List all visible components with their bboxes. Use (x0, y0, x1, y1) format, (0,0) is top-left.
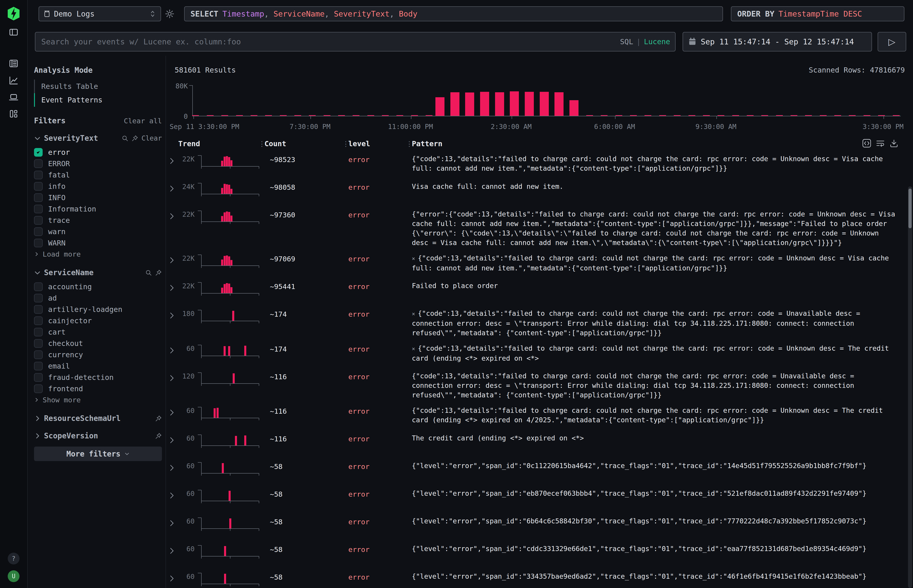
source-selector[interactable]: Demo Logs (39, 6, 161, 21)
row-expander-chevron-icon[interactable] (170, 520, 176, 538)
checkbox-unchecked[interactable] (34, 317, 43, 325)
pin-icon[interactable] (155, 269, 162, 276)
filter-option-ad[interactable]: ad (34, 292, 162, 304)
checkbox-unchecked[interactable] (34, 351, 43, 359)
pattern-row[interactable]: 22K~97069error×{"code":13,"details":"fai… (166, 250, 913, 278)
row-expander-chevron-icon[interactable] (170, 409, 176, 428)
checkbox-checked[interactable] (34, 148, 43, 157)
sql-orderby-input[interactable]: ORDER BY TimestampTime DESC (731, 6, 904, 21)
row-expander-chevron-icon[interactable] (170, 492, 176, 510)
filter-option-info[interactable]: info (34, 181, 162, 192)
mode-lucene[interactable]: Lucene (644, 37, 670, 46)
checkbox-unchecked[interactable] (34, 362, 43, 370)
pattern-row[interactable]: 22K~95441errorFailed to place order (166, 278, 913, 305)
filter-option-INFO[interactable]: INFO (34, 192, 162, 204)
checkbox-unchecked[interactable] (34, 294, 43, 302)
row-expander-chevron-icon[interactable] (170, 312, 176, 338)
filter-option-email[interactable]: email (34, 360, 162, 372)
histogram-bar[interactable] (435, 97, 445, 116)
show-more-link[interactable]: Show more (34, 394, 162, 405)
column-header-pattern[interactable]: Pattern (412, 139, 913, 148)
search-icon[interactable] (121, 135, 128, 142)
checkbox-unchecked[interactable] (34, 227, 43, 236)
pattern-row[interactable]: 180~174error×{"code":13,"details":"faile… (166, 305, 913, 341)
histogram-bar[interactable] (525, 92, 534, 116)
code-icon[interactable] (862, 139, 871, 148)
row-expander-chevron-icon[interactable] (170, 157, 176, 176)
row-expander-chevron-icon[interactable] (170, 547, 176, 566)
rail-logs-icon[interactable] (6, 56, 21, 71)
filter-option-warn[interactable]: warn (34, 226, 162, 237)
filter-group-title[interactable]: ServiceName (44, 268, 142, 277)
checkbox-unchecked[interactable] (34, 373, 43, 382)
filter-option-WARN[interactable]: WARN (34, 237, 162, 249)
search-icon[interactable] (145, 269, 152, 276)
filter-option-ERROR[interactable]: ERROR (34, 158, 162, 169)
mode-event-patterns[interactable]: Event Patterns (34, 93, 162, 107)
checkbox-unchecked[interactable] (34, 239, 43, 247)
pattern-row[interactable]: 24K~98058errorVisa cache full: cannot ad… (166, 179, 913, 206)
filter-option-checkout[interactable]: checkout (34, 338, 162, 349)
row-expander-chevron-icon[interactable] (170, 284, 176, 303)
pin-icon[interactable] (155, 415, 162, 422)
date-range-picker[interactable]: Sep 11 15:47:14 - Sep 12 15:47:14 (683, 32, 872, 52)
pin-icon[interactable] (131, 135, 138, 142)
help-button[interactable]: ? (8, 552, 19, 564)
checkbox-unchecked[interactable] (34, 205, 43, 213)
rail-laptop-icon[interactable] (6, 90, 21, 104)
histogram-bar[interactable] (540, 92, 549, 116)
filter-option-frontend[interactable]: frontend (34, 383, 162, 394)
filter-group-title[interactable]: ResourceSchemaUrl (44, 414, 152, 423)
column-header-count[interactable]: Count (264, 139, 348, 148)
checkbox-unchecked[interactable] (34, 305, 43, 314)
filter-option-accounting[interactable]: accounting (34, 281, 162, 292)
pattern-row[interactable]: 60~116error{"code":13,"details":"failed … (166, 402, 913, 430)
pattern-row[interactable]: 22K~97360error{"error":{"code":13,"detai… (166, 206, 913, 250)
pin-icon[interactable] (155, 433, 162, 439)
histogram-bar[interactable] (510, 91, 519, 116)
row-expander-chevron-icon[interactable] (170, 436, 176, 455)
pattern-row[interactable]: 60~58error{"level":"error","span_id":"0c… (166, 458, 913, 486)
row-expander-chevron-icon[interactable] (170, 375, 176, 400)
pattern-row[interactable]: 120~116error{"code":13,"details":"failed… (166, 368, 913, 402)
filter-option-cainjector[interactable]: cainjector (34, 315, 162, 326)
row-expander-chevron-icon[interactable] (170, 257, 176, 275)
filter-option-cart[interactable]: cart (34, 326, 162, 338)
filter-option-artillery-loadgen[interactable]: artillery-loadgen (34, 304, 162, 315)
user-avatar[interactable]: U (8, 570, 19, 582)
pattern-row[interactable]: 60~58error{"level":"error","span_id":"eb… (166, 486, 913, 513)
column-header-level[interactable]: level (348, 139, 412, 148)
clear-all-filters-button[interactable]: Clear all (124, 117, 162, 125)
download-icon[interactable] (889, 139, 898, 148)
pattern-row[interactable]: 60~58error{"level":"error","span_id":"cd… (166, 541, 913, 569)
mode-sql[interactable]: SQL (620, 37, 633, 46)
row-expander-chevron-icon[interactable] (170, 213, 176, 247)
rail-layout-icon[interactable] (6, 107, 21, 121)
filter-option-error[interactable]: error (34, 147, 162, 158)
app-logo-icon[interactable] (6, 6, 21, 21)
scrollbar-thumb[interactable] (908, 189, 911, 228)
filter-option-fraud-detection[interactable]: fraud-detection (34, 372, 162, 383)
checkbox-unchecked[interactable] (34, 339, 43, 348)
row-expander-chevron-icon[interactable] (170, 464, 176, 483)
row-expander-chevron-icon[interactable] (170, 347, 176, 365)
checkbox-unchecked[interactable] (34, 328, 43, 336)
load-more-link[interactable]: Load more (34, 249, 162, 260)
checkbox-unchecked[interactable] (34, 171, 43, 179)
checkbox-unchecked[interactable] (34, 384, 43, 393)
filter-option-currency[interactable]: currency (34, 349, 162, 360)
histogram-bar[interactable] (480, 92, 489, 116)
search-input[interactable] (35, 32, 675, 52)
filter-option-fatal[interactable]: fatal (34, 169, 162, 181)
sql-select-input[interactable]: SELECT Timestamp, ServiceName, SeverityT… (184, 6, 723, 21)
pattern-row[interactable]: 60~116errorThe credit card (ending <*> e… (166, 430, 913, 458)
pattern-row[interactable]: 22K~98523error{"code":13,"details":"fail… (166, 151, 913, 179)
pattern-row[interactable]: 60~174error×{"code":13,"details":"failed… (166, 341, 913, 368)
pattern-row[interactable]: 60~58error{"level":"error","span_id":"33… (166, 569, 913, 588)
run-query-button[interactable]: ▷ (877, 32, 906, 52)
row-expander-chevron-icon[interactable] (170, 575, 176, 588)
checkbox-unchecked[interactable] (34, 283, 43, 291)
checkbox-unchecked[interactable] (34, 193, 43, 202)
filter-group-title[interactable]: ScopeVersion (44, 431, 152, 440)
settings-gear-button[interactable] (165, 9, 174, 18)
